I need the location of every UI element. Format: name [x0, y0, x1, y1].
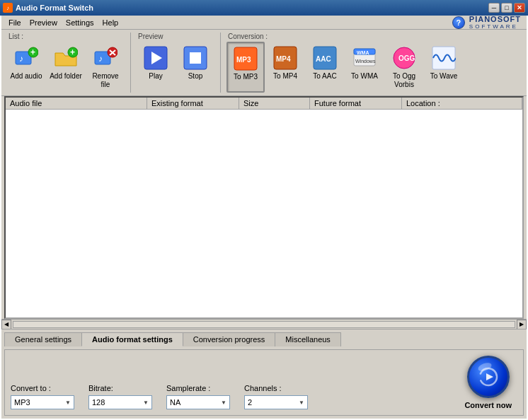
bitrate-value: 128 [92, 398, 105, 407]
maximize-button[interactable]: □ [501, 3, 512, 13]
hscroll-track[interactable] [13, 321, 515, 328]
bitrate-select[interactable]: 128 ▼ [88, 395, 152, 409]
to-mp3-icon: MP3 [233, 46, 258, 71]
svg-text:♪: ♪ [98, 54, 103, 64]
add-audio-icon: ♪ + [13, 45, 39, 71]
svg-text:OGG: OGG [398, 54, 415, 62]
samplerate-label: Samplerate : [166, 384, 230, 392]
bitrate-label: Bitrate: [88, 384, 152, 392]
svg-text:AAC: AAC [316, 55, 331, 63]
menu-settings[interactable]: Settings [62, 17, 98, 28]
close-button[interactable]: ✕ [514, 3, 525, 13]
convert-to-value: MP3 [14, 398, 30, 407]
bottom-panel: General settings Audio format settings C… [1, 329, 527, 419]
app-icon: ♪ [3, 3, 13, 13]
tab-miscellaneus[interactable]: Miscellaneus [275, 332, 341, 346]
to-wma-button[interactable]: WMA Windows To WMA [345, 42, 384, 93]
convert-to-arrow: ▼ [65, 399, 71, 406]
samplerate-field: Samplerate : NA ▼ [166, 384, 230, 409]
app-title: Audio Format Switch [16, 4, 488, 12]
svg-text:WMA: WMA [357, 50, 369, 55]
to-mp4-label: To MP4 [273, 72, 297, 81]
to-ogg-button[interactable]: OGG To Ogg Vorbis [385, 42, 423, 93]
to-wave-label: To Wave [430, 72, 458, 81]
col-location: Location : [402, 98, 522, 109]
to-aac-label: To AAC [313, 72, 336, 81]
to-mp4-icon: MP4 [272, 45, 298, 71]
hscroll-right-button[interactable]: ▶ [517, 320, 527, 329]
title-bar: ♪ Audio Format Switch ─ □ ✕ [0, 0, 528, 16]
file-list-rows[interactable] [6, 110, 522, 293]
logo-name: PIANOSOFT [469, 15, 521, 23]
convert-to-field: Convert to : MP3 ▼ [11, 384, 74, 409]
help-icon[interactable]: ? [452, 16, 465, 29]
svg-text:+: + [30, 47, 35, 57]
svg-marker-29 [486, 373, 493, 380]
remove-file-button[interactable]: ♪ Remove file [86, 42, 125, 93]
add-folder-icon: + [53, 45, 79, 71]
add-folder-button[interactable]: + Add folder [47, 42, 85, 93]
remove-file-icon: ♪ [93, 45, 118, 71]
preview-label: Preview [137, 33, 214, 40]
to-aac-button[interactable]: AAC To AAC [306, 42, 344, 93]
list-label: List : [7, 33, 125, 40]
divider-1 [130, 33, 131, 93]
minimize-button[interactable]: ─ [488, 3, 500, 13]
tabs-row: General settings Audio format settings C… [4, 332, 524, 346]
list-section: List : ♪ + Add audio [7, 33, 125, 93]
col-audio-file: Audio file [6, 98, 147, 109]
to-wma-icon: WMA Windows [352, 45, 377, 71]
bitrate-arrow: ▼ [143, 399, 149, 406]
convert-to-label: Convert to : [11, 384, 74, 392]
menu-preview[interactable]: Preview [25, 17, 62, 28]
hscrollbar[interactable]: ◀ ▶ [1, 319, 527, 329]
channels-value: 2 [248, 398, 252, 407]
svg-text:MP4: MP4 [276, 55, 291, 63]
col-existing-format: Existing format [147, 98, 239, 109]
remove-file-label: Remove file [88, 72, 122, 89]
tab-conversion-progress[interactable]: Conversion progress [183, 332, 276, 346]
add-audio-button[interactable]: ♪ + Add audio [7, 42, 45, 93]
samplerate-arrow: ▼ [221, 399, 226, 406]
convert-now-button[interactable] [467, 356, 510, 398]
toolbar: List : ♪ + Add audio [1, 30, 527, 96]
tab-audio-format-settings[interactable]: Audio format settings [81, 332, 183, 346]
window-controls: ─ □ ✕ [488, 3, 525, 13]
to-wave-button[interactable]: To Wave [425, 42, 463, 93]
channels-field: Channels : 2 ▼ [244, 384, 308, 409]
convert-now-label: Convert now [464, 401, 512, 409]
play-button[interactable]: Play [137, 42, 175, 84]
add-audio-label: Add audio [10, 72, 42, 81]
convert-btn-area: Convert now [464, 356, 517, 409]
to-mp4-button[interactable]: MP4 To MP4 [266, 42, 304, 93]
to-wave-icon [431, 45, 457, 71]
svg-text:♪: ♪ [19, 54, 23, 64]
channels-label: Channels : [244, 384, 308, 392]
channels-arrow: ▼ [299, 399, 304, 406]
to-wma-label: To WMA [351, 72, 378, 81]
to-mp3-button[interactable]: MP3 To MP3 [226, 42, 265, 93]
main-window: File Preview Settings Help ? PIANOSOFT S… [0, 16, 528, 420]
add-folder-label: Add folder [50, 72, 82, 81]
hscroll-left-button[interactable]: ◀ [1, 320, 11, 329]
channels-select[interactable]: 2 ▼ [244, 395, 308, 409]
menu-file[interactable]: File [4, 17, 25, 28]
stop-button[interactable]: Stop [176, 42, 214, 84]
preview-section: Preview Play [137, 33, 214, 84]
menu-bar: File Preview Settings Help ? PIANOSOFT S… [1, 16, 527, 30]
to-aac-icon: AAC [312, 45, 338, 71]
to-ogg-icon: OGG [391, 45, 417, 71]
samplerate-select[interactable]: NA ▼ [166, 395, 230, 409]
file-list[interactable]: Audio file Existing format Size Future f… [4, 96, 524, 319]
play-icon [143, 45, 168, 71]
logo-area: PIANOSOFT SOFTWARE [469, 15, 521, 30]
menu-help[interactable]: Help [98, 17, 123, 28]
convert-to-select[interactable]: MP3 ▼ [11, 395, 74, 409]
stop-label: Stop [188, 72, 203, 81]
conversion-label: Conversion : [226, 33, 463, 40]
svg-rect-14 [190, 52, 201, 64]
tab-general-settings[interactable]: General settings [4, 332, 82, 346]
samplerate-value: NA [170, 398, 180, 407]
svg-text:+: + [70, 47, 75, 57]
logo-sub: SOFTWARE [469, 23, 518, 30]
